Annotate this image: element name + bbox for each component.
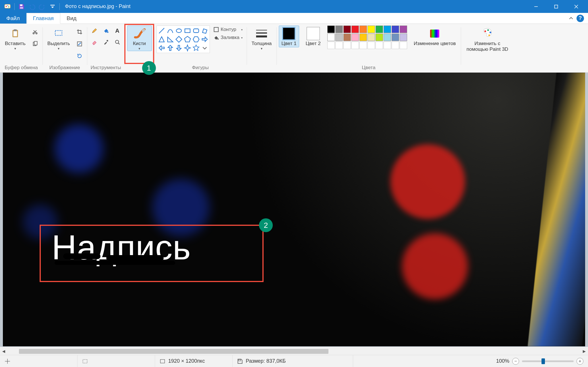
color-swatch[interactable] <box>343 26 351 33</box>
shape-arrow-down-icon[interactable] <box>175 44 183 52</box>
color-swatch[interactable] <box>400 26 407 33</box>
color1-button[interactable]: Цвет 1 <box>279 26 299 47</box>
color-swatch[interactable] <box>368 26 375 33</box>
help-button[interactable]: ? <box>577 15 584 22</box>
color-swatch[interactable] <box>335 34 343 41</box>
zoom-slider[interactable] <box>522 360 574 362</box>
shape-rect-icon[interactable] <box>184 27 191 34</box>
color-swatch[interactable] <box>368 34 375 41</box>
shape-diamond-icon[interactable] <box>175 36 183 43</box>
copy-button[interactable] <box>30 39 40 49</box>
tab-file[interactable]: Файл <box>0 13 26 24</box>
redo-button[interactable] <box>38 2 47 11</box>
zoom-out-button[interactable]: − <box>512 358 519 365</box>
shape-star5-icon[interactable] <box>192 44 200 52</box>
thickness-button[interactable]: Толщина ▼ <box>249 26 274 51</box>
shape-arrow-left-icon[interactable] <box>158 44 165 52</box>
cut-button[interactable] <box>30 27 40 37</box>
eraser-tool[interactable] <box>89 37 100 47</box>
shape-oval-icon[interactable] <box>175 27 183 34</box>
brushes-button[interactable]: Кисти ▼ <box>127 26 152 51</box>
color-swatch-empty[interactable] <box>376 42 383 49</box>
undo-icon <box>28 3 36 10</box>
close-button[interactable] <box>566 0 586 13</box>
color-swatch-empty[interactable] <box>359 42 367 49</box>
shape-star4-icon[interactable] <box>184 44 191 52</box>
color-swatch[interactable] <box>327 26 335 33</box>
horizontal-scrollbar[interactable]: ◄ ► <box>0 347 588 355</box>
annotation-highlight-2 <box>40 225 264 282</box>
shape-pentagon-icon[interactable] <box>184 36 191 43</box>
scroll-left-button[interactable]: ◄ <box>0 348 7 355</box>
color-swatch[interactable] <box>384 26 391 33</box>
shape-hexagon-icon[interactable] <box>192 36 200 43</box>
shape-triangle-icon[interactable] <box>158 36 165 43</box>
paint3d-icon <box>481 27 494 40</box>
color-swatch[interactable] <box>327 34 335 41</box>
shape-arrow-right-icon[interactable] <box>201 36 208 43</box>
shape-polygon-icon[interactable] <box>201 27 208 34</box>
color-palette[interactable] <box>327 26 407 49</box>
crop-button[interactable] <box>74 27 85 37</box>
canvas[interactable]: Надпись 2 <box>3 73 585 346</box>
minimize-button[interactable] <box>526 0 546 13</box>
color-swatch[interactable] <box>376 34 383 41</box>
color-swatch[interactable] <box>392 26 399 33</box>
shape-more-icon[interactable] <box>201 44 208 52</box>
status-canvas-size: 1920 × 1200пкс <box>155 355 233 367</box>
save-button[interactable] <box>17 2 26 11</box>
collapse-ribbon-icon[interactable] <box>568 16 574 21</box>
color-swatch[interactable] <box>359 26 367 33</box>
color-swatch-empty[interactable] <box>368 42 375 49</box>
zoom-in-button[interactable]: + <box>577 358 583 365</box>
undo-button[interactable] <box>27 2 36 11</box>
text-tool[interactable]: A <box>112 26 123 36</box>
shape-fill-button[interactable]: Заливка ▾ <box>212 34 244 41</box>
fill-tool[interactable] <box>101 26 111 36</box>
shape-line-icon[interactable] <box>158 27 165 34</box>
color-swatch[interactable] <box>376 26 383 33</box>
color-swatch[interactable] <box>359 34 367 41</box>
canvas-viewport[interactable]: Надпись 2 <box>0 73 588 347</box>
color-swatch[interactable] <box>351 26 359 33</box>
color-swatch-empty[interactable] <box>384 42 391 49</box>
shapes-gallery[interactable] <box>156 26 210 53</box>
select-button[interactable]: Выделить ▼ <box>45 26 72 51</box>
shape-right-triangle-icon[interactable] <box>167 36 174 43</box>
tab-home[interactable]: Главная <box>26 13 60 24</box>
color-swatch[interactable] <box>351 34 359 41</box>
color2-button[interactable]: Цвет 2 <box>303 26 323 47</box>
shape-roundrect-icon[interactable] <box>192 27 200 34</box>
shape-outline-button[interactable]: Контур ▾ <box>212 26 244 33</box>
qat-customize[interactable] <box>48 2 57 11</box>
tab-view[interactable]: Вид <box>60 13 83 24</box>
scroll-right-button[interactable]: ► <box>581 348 588 355</box>
maximize-button[interactable] <box>546 0 566 13</box>
edit-colors-button[interactable]: Изменение цветов <box>411 26 459 47</box>
magnify-tool[interactable] <box>112 37 123 47</box>
color-swatch-empty[interactable] <box>327 42 335 49</box>
color-swatch-empty[interactable] <box>335 42 343 49</box>
scroll-track[interactable] <box>7 348 581 355</box>
color-swatch[interactable] <box>335 26 343 33</box>
color-swatch-empty[interactable] <box>392 42 399 49</box>
color-swatch[interactable] <box>392 34 399 41</box>
color-swatch[interactable] <box>400 34 407 41</box>
color-swatch[interactable] <box>384 34 391 41</box>
paste-button[interactable]: Вставить ▼ <box>2 26 28 51</box>
pencil-tool[interactable] <box>89 26 100 36</box>
color-swatch-empty[interactable] <box>343 42 351 49</box>
shape-curve-icon[interactable] <box>167 27 174 34</box>
rotate-button[interactable] <box>74 51 85 61</box>
picker-tool[interactable] <box>101 37 111 47</box>
scroll-thumb[interactable] <box>19 349 328 354</box>
color-swatch-empty[interactable] <box>351 42 359 49</box>
resize-button[interactable] <box>74 39 85 49</box>
color-swatch[interactable] <box>343 34 351 41</box>
zoom-slider-knob[interactable] <box>541 358 545 364</box>
color-swatch-empty[interactable] <box>400 42 407 49</box>
window-title: Фото с надписью.jpg - Paint <box>65 3 131 9</box>
paint3d-button[interactable]: Изменить спомощью Paint 3D <box>463 26 512 53</box>
group-label-image: Изображение <box>49 64 80 72</box>
shape-arrow-up-icon[interactable] <box>167 44 174 52</box>
